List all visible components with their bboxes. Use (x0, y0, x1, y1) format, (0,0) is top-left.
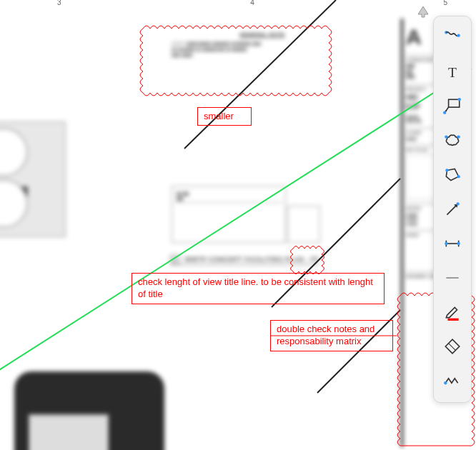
svg-rect-3 (449, 99, 460, 107)
annotation-smaller[interactable]: smaller (197, 107, 252, 126)
tool-freehand[interactable] (437, 22, 468, 54)
svg-point-5 (458, 98, 461, 101)
tool-polyline[interactable] (437, 365, 468, 396)
tool-callout[interactable] (437, 91, 468, 122)
svg-point-8 (457, 135, 460, 138)
scroll-up-arrow-icon[interactable] (416, 4, 430, 21)
svg-point-9 (445, 169, 448, 171)
view-title-number: 2 (170, 255, 180, 264)
annotation-check-length[interactable]: check lenght of view title line. to be c… (132, 273, 385, 304)
tool-dimension[interactable] (437, 228, 468, 259)
svg-point-16 (445, 242, 447, 245)
document-content: GENERAL NOTE WWTP ▮▮▮▮▮ ▮▮▮▮▮▮ ▮▮▮▮▮▮▮▮ … (0, 0, 476, 450)
svg-text:T: T (448, 65, 457, 80)
tool-text[interactable]: T (437, 56, 468, 88)
svg-point-17 (457, 242, 460, 245)
svg-point-1 (457, 34, 460, 37)
legend-table: ▮▮ ▮▮▮▮▮▮ (172, 186, 286, 243)
building-plan-1 (0, 121, 66, 237)
svg-point-21 (444, 381, 447, 384)
viewer-canvas[interactable]: 3 4 5 GENERAL NOTE WWTP ▮▮▮▮▮ ▮▮▮▮▮▮ ▮▮▮… (0, 0, 476, 450)
annotation-text: double check notes and responsability ma… (277, 324, 375, 346)
tool-cloud[interactable] (437, 125, 468, 156)
tool-polygon[interactable] (437, 159, 468, 191)
building-plan-2 (14, 371, 164, 450)
view-title: 2 WWTP CONCEPT FACILITIES PLAN - FF (170, 256, 319, 265)
tool-arrow[interactable] (437, 194, 468, 225)
svg-line-20 (449, 344, 456, 351)
tool-highlight[interactable] (437, 296, 468, 328)
markup-toolbar: T (433, 16, 472, 403)
svg-point-6 (443, 111, 446, 114)
annotation-text: check lenght of view title line. to be c… (138, 276, 373, 299)
svg-rect-19 (448, 319, 459, 321)
general-note-body: WWTP ▮▮▮▮▮ ▮▮▮▮▮▮ ▮▮▮▮▮▮▮▮ ▮▮ ▮▮▮▮▮▮▮ ▮▮… (172, 41, 329, 58)
svg-point-10 (457, 175, 460, 178)
legend-side (287, 206, 320, 243)
annotation-text: smaller (204, 111, 234, 121)
svg-point-7 (445, 135, 447, 138)
general-note-heading: GENERAL NOTE (239, 31, 284, 38)
tool-eraser[interactable] (437, 331, 468, 362)
svg-point-12 (456, 202, 459, 205)
view-title-text: WWTP CONCEPT FACILITIES PLAN - FF (185, 256, 319, 263)
tool-line[interactable] (437, 262, 468, 294)
annotation-double-check[interactable]: double check notes and responsability ma… (270, 320, 393, 351)
